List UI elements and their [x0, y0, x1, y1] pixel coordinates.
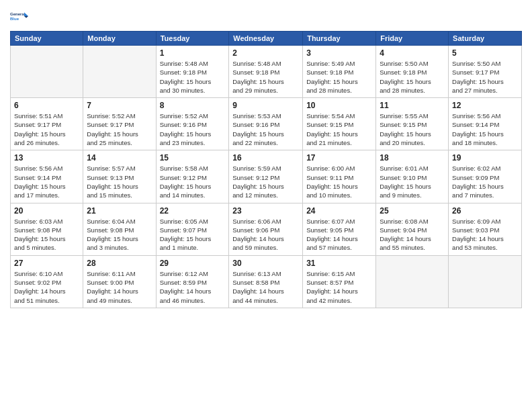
- weekday-header: Monday: [83, 32, 156, 46]
- calendar-week-row: 6Sunrise: 5:51 AM Sunset: 9:17 PM Daylig…: [11, 98, 522, 150]
- day-info: Sunrise: 5:50 AM Sunset: 9:18 PM Dayligh…: [380, 59, 445, 95]
- day-info: Sunrise: 6:07 AM Sunset: 9:05 PM Dayligh…: [306, 217, 372, 253]
- day-info: Sunrise: 5:51 AM Sunset: 9:17 PM Dayligh…: [14, 111, 79, 147]
- day-info: Sunrise: 5:52 AM Sunset: 9:17 PM Dayligh…: [87, 111, 152, 147]
- calendar-day-cell: 16Sunrise: 5:59 AM Sunset: 9:12 PM Dayli…: [229, 150, 303, 203]
- calendar-day-cell: 27Sunrise: 6:10 AM Sunset: 9:02 PM Dayli…: [11, 255, 83, 308]
- day-number: 1: [160, 48, 226, 58]
- day-number: 25: [380, 206, 445, 216]
- day-number: 24: [306, 206, 372, 216]
- calendar-day-cell: 13Sunrise: 5:56 AM Sunset: 9:14 PM Dayli…: [11, 150, 83, 203]
- day-info: Sunrise: 6:03 AM Sunset: 9:08 PM Dayligh…: [14, 217, 79, 253]
- day-info: Sunrise: 6:04 AM Sunset: 9:08 PM Dayligh…: [87, 217, 152, 253]
- calendar-day-cell: 18Sunrise: 6:01 AM Sunset: 9:10 PM Dayli…: [376, 150, 449, 203]
- calendar-day-cell: 23Sunrise: 6:06 AM Sunset: 9:06 PM Dayli…: [229, 203, 303, 255]
- day-info: Sunrise: 6:15 AM Sunset: 8:57 PM Dayligh…: [306, 269, 372, 305]
- day-info: Sunrise: 6:00 AM Sunset: 9:11 PM Dayligh…: [306, 164, 372, 199]
- calendar-day-cell: 25Sunrise: 6:08 AM Sunset: 9:04 PM Dayli…: [376, 203, 449, 255]
- calendar-day-cell: 22Sunrise: 6:05 AM Sunset: 9:07 PM Dayli…: [156, 203, 229, 255]
- day-number: 31: [306, 259, 372, 268]
- day-number: 13: [14, 153, 79, 163]
- logo-icon: GeneralBlue: [10, 7, 29, 26]
- day-number: 22: [160, 206, 226, 216]
- day-number: 16: [232, 153, 299, 163]
- day-info: Sunrise: 5:55 AM Sunset: 9:15 PM Dayligh…: [380, 111, 445, 147]
- day-info: Sunrise: 6:11 AM Sunset: 9:00 PM Dayligh…: [87, 269, 152, 305]
- calendar-day-cell: 4Sunrise: 5:50 AM Sunset: 9:18 PM Daylig…: [376, 46, 449, 98]
- day-number: 30: [232, 259, 299, 268]
- day-number: 18: [380, 153, 445, 163]
- day-number: 8: [160, 101, 226, 110]
- calendar-day-cell: 20Sunrise: 6:03 AM Sunset: 9:08 PM Dayli…: [11, 203, 83, 255]
- calendar-day-cell: 26Sunrise: 6:09 AM Sunset: 9:03 PM Dayli…: [449, 203, 522, 255]
- calendar-day-cell: [449, 255, 522, 308]
- calendar-day-cell: 1Sunrise: 5:48 AM Sunset: 9:18 PM Daylig…: [156, 46, 229, 98]
- calendar-day-cell: 6Sunrise: 5:51 AM Sunset: 9:17 PM Daylig…: [11, 98, 83, 150]
- day-number: 23: [232, 206, 299, 216]
- calendar-day-cell: 30Sunrise: 6:13 AM Sunset: 8:58 PM Dayli…: [229, 255, 303, 308]
- day-info: Sunrise: 6:13 AM Sunset: 8:58 PM Dayligh…: [232, 269, 299, 305]
- day-info: Sunrise: 5:54 AM Sunset: 9:15 PM Dayligh…: [306, 111, 372, 147]
- day-number: 3: [306, 48, 372, 58]
- day-info: Sunrise: 6:12 AM Sunset: 8:59 PM Dayligh…: [160, 269, 226, 305]
- calendar-header-row: SundayMondayTuesdayWednesdayThursdayFrid…: [11, 32, 522, 46]
- day-info: Sunrise: 5:56 AM Sunset: 9:14 PM Dayligh…: [14, 164, 79, 199]
- day-number: 7: [87, 101, 152, 110]
- calendar-day-cell: 11Sunrise: 5:55 AM Sunset: 9:15 PM Dayli…: [376, 98, 449, 150]
- day-number: 17: [306, 153, 372, 163]
- weekday-header: Wednesday: [229, 32, 303, 46]
- calendar-day-cell: 5Sunrise: 5:50 AM Sunset: 9:17 PM Daylig…: [449, 46, 522, 98]
- calendar-day-cell: 29Sunrise: 6:12 AM Sunset: 8:59 PM Dayli…: [156, 255, 229, 308]
- day-number: 14: [87, 153, 152, 163]
- calendar-day-cell: 15Sunrise: 5:58 AM Sunset: 9:12 PM Dayli…: [156, 150, 229, 203]
- weekday-header: Saturday: [449, 32, 522, 46]
- day-number: 19: [452, 153, 518, 163]
- day-number: 27: [14, 259, 79, 268]
- svg-marker-3: [24, 16, 28, 18]
- calendar-day-cell: 8Sunrise: 5:52 AM Sunset: 9:16 PM Daylig…: [156, 98, 229, 150]
- svg-text:Blue: Blue: [10, 17, 19, 21]
- day-number: 15: [160, 153, 226, 163]
- calendar-day-cell: 2Sunrise: 5:48 AM Sunset: 9:18 PM Daylig…: [229, 46, 303, 98]
- day-info: Sunrise: 6:01 AM Sunset: 9:10 PM Dayligh…: [380, 164, 445, 199]
- day-info: Sunrise: 5:48 AM Sunset: 9:18 PM Dayligh…: [160, 59, 226, 95]
- day-number: 2: [232, 48, 299, 58]
- calendar-week-row: 27Sunrise: 6:10 AM Sunset: 9:02 PM Dayli…: [11, 255, 522, 308]
- day-number: 28: [87, 259, 152, 268]
- day-info: Sunrise: 5:49 AM Sunset: 9:18 PM Dayligh…: [306, 59, 372, 95]
- calendar-day-cell: 3Sunrise: 5:49 AM Sunset: 9:18 PM Daylig…: [303, 46, 376, 98]
- svg-text:General: General: [10, 12, 26, 16]
- calendar-day-cell: 7Sunrise: 5:52 AM Sunset: 9:17 PM Daylig…: [83, 98, 156, 150]
- day-info: Sunrise: 6:09 AM Sunset: 9:03 PM Dayligh…: [452, 217, 518, 253]
- day-number: 12: [452, 101, 518, 110]
- day-info: Sunrise: 6:05 AM Sunset: 9:07 PM Dayligh…: [160, 217, 226, 253]
- calendar-week-row: 13Sunrise: 5:56 AM Sunset: 9:14 PM Dayli…: [11, 150, 522, 203]
- day-info: Sunrise: 6:06 AM Sunset: 9:06 PM Dayligh…: [232, 217, 299, 253]
- calendar-day-cell: 14Sunrise: 5:57 AM Sunset: 9:13 PM Dayli…: [83, 150, 156, 203]
- calendar-week-row: 1Sunrise: 5:48 AM Sunset: 9:18 PM Daylig…: [11, 46, 522, 98]
- day-number: 4: [380, 48, 445, 58]
- day-info: Sunrise: 5:50 AM Sunset: 9:17 PM Dayligh…: [452, 59, 518, 95]
- calendar-container: GeneralBlue SundayMondayTuesdayWednesday…: [0, 0, 532, 411]
- day-info: Sunrise: 6:10 AM Sunset: 9:02 PM Dayligh…: [14, 269, 79, 305]
- calendar-day-cell: 28Sunrise: 6:11 AM Sunset: 9:00 PM Dayli…: [83, 255, 156, 308]
- calendar-week-row: 20Sunrise: 6:03 AM Sunset: 9:08 PM Dayli…: [11, 203, 522, 255]
- day-number: 21: [87, 206, 152, 216]
- day-info: Sunrise: 5:59 AM Sunset: 9:12 PM Dayligh…: [232, 164, 299, 199]
- calendar-day-cell: 17Sunrise: 6:00 AM Sunset: 9:11 PM Dayli…: [303, 150, 376, 203]
- calendar-day-cell: [11, 46, 83, 98]
- logo: GeneralBlue: [10, 7, 29, 26]
- calendar-table: SundayMondayTuesdayWednesdayThursdayFrid…: [10, 31, 522, 308]
- weekday-header: Tuesday: [156, 32, 229, 46]
- weekday-header: Thursday: [303, 32, 376, 46]
- calendar-day-cell: 31Sunrise: 6:15 AM Sunset: 8:57 PM Dayli…: [303, 255, 376, 308]
- calendar-day-cell: [83, 46, 156, 98]
- calendar-day-cell: [376, 255, 449, 308]
- day-number: 26: [452, 206, 518, 216]
- day-number: 5: [452, 48, 518, 58]
- day-number: 29: [160, 259, 226, 268]
- calendar-day-cell: 10Sunrise: 5:54 AM Sunset: 9:15 PM Dayli…: [303, 98, 376, 150]
- day-info: Sunrise: 5:57 AM Sunset: 9:13 PM Dayligh…: [87, 164, 152, 199]
- calendar-day-cell: 24Sunrise: 6:07 AM Sunset: 9:05 PM Dayli…: [303, 203, 376, 255]
- weekday-header: Sunday: [11, 32, 83, 46]
